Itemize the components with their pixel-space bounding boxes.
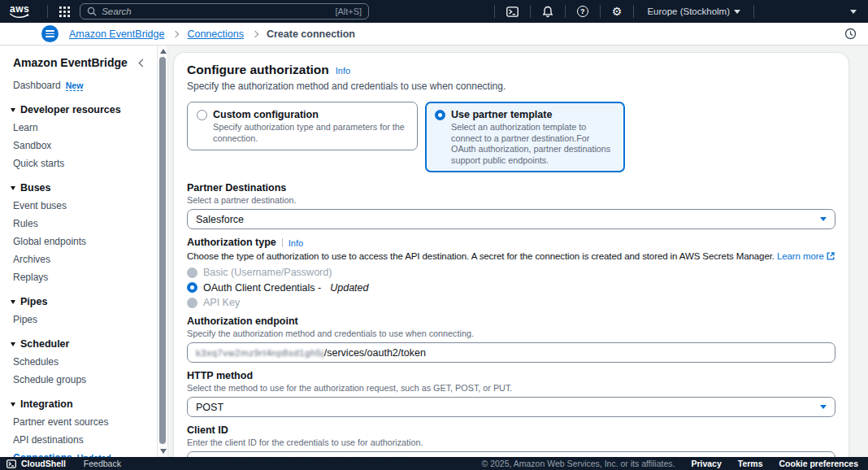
footer-cloudshell-button[interactable]: CloudShell xyxy=(7,459,66,468)
partner-destinations-select[interactable]: Salesforce xyxy=(187,209,835,229)
chevron-down-icon xyxy=(11,186,15,190)
tile-use-partner-template[interactable]: Use partner template Select an authoriza… xyxy=(425,102,625,172)
help-icon: ? xyxy=(577,6,588,17)
terminal-icon xyxy=(506,7,519,17)
topnav-divider xyxy=(47,5,48,18)
sidebar-item-global-endpoints[interactable]: Global endpoints xyxy=(0,233,157,250)
radio-unselected-icon xyxy=(197,110,207,120)
account-menu-button[interactable] xyxy=(847,0,860,23)
region-label: Europe (Stockholm) xyxy=(647,7,730,16)
sidebar-item-learn[interactable]: Learn xyxy=(0,119,157,137)
radio-disabled-icon xyxy=(187,268,197,278)
authorization-type-info-link[interactable]: Info xyxy=(289,238,303,248)
new-badge: New xyxy=(66,81,84,91)
scroll-up-arrow[interactable] xyxy=(160,49,167,54)
chevron-down-icon xyxy=(11,108,15,112)
chevron-down-icon xyxy=(820,217,827,221)
tile-label: Custom configuration xyxy=(213,108,319,121)
sidebar-section-scheduler[interactable]: Scheduler xyxy=(0,335,157,353)
settings-button[interactable]: ⚙ xyxy=(609,0,626,23)
gear-icon: ⚙ xyxy=(612,6,623,17)
radio-option-oauth[interactable]: OAuth Client Credentials -Updated xyxy=(187,282,835,294)
sidebar-item-quick-starts[interactable]: Quick starts xyxy=(0,154,157,172)
footer-terms-link[interactable]: Terms xyxy=(738,459,763,468)
sidebar-section-developer-resources[interactable]: Developer resources xyxy=(0,101,157,119)
region-selector[interactable]: Europe (Stockholm) xyxy=(642,7,745,16)
learn-more-link[interactable]: Learn more xyxy=(777,251,824,261)
footer-privacy-link[interactable]: Privacy xyxy=(691,459,721,468)
label-divider xyxy=(282,238,283,247)
breadcrumb-bar: Amazon EventBridge Connections Create co… xyxy=(0,23,868,46)
chevron-down-icon xyxy=(850,10,857,14)
sidebar-item-archives[interactable]: Archives xyxy=(0,250,157,268)
footer-cookie-preferences-link[interactable]: Cookie preferences xyxy=(779,459,858,468)
global-search[interactable]: [Alt+S] xyxy=(80,3,369,20)
title-info-link[interactable]: Info xyxy=(336,66,350,76)
updated-badge: Updated xyxy=(77,453,111,457)
topnav-divider xyxy=(600,5,601,18)
topnav-divider xyxy=(753,5,754,18)
topnav-divider xyxy=(565,5,566,18)
sidebar-item-connections[interactable]: ConnectionsUpdated xyxy=(0,449,157,457)
sidebar-scrollbar[interactable] xyxy=(157,46,168,457)
sidebar-section-integration[interactable]: Integration xyxy=(0,395,157,413)
aws-logo-text: aws xyxy=(10,5,29,13)
chevron-down-icon xyxy=(11,403,15,407)
notifications-button[interactable] xyxy=(539,0,557,23)
selected-value: POST xyxy=(196,402,224,413)
sidebar-item-api-destinations[interactable]: API destinations xyxy=(0,431,157,449)
external-link-icon[interactable] xyxy=(827,252,835,260)
sidebar-collapse-icon[interactable] xyxy=(139,59,147,67)
sidebar-section-pipes[interactable]: Pipes xyxy=(0,293,157,311)
cloudshell-button[interactable] xyxy=(503,0,522,23)
http-method-select[interactable]: POST xyxy=(187,397,835,417)
sidebar-item-dashboard[interactable]: DashboardNew xyxy=(0,76,157,94)
redacted-client-id: 3MVG9x8bQ2kPjW7nD4tYqL1sRzV5mH6cKfT0a xyxy=(196,457,414,458)
sidebar-item-schedules[interactable]: Schedules xyxy=(0,353,157,371)
search-icon xyxy=(87,7,97,16)
recently-visited-button[interactable] xyxy=(844,28,857,40)
search-input[interactable] xyxy=(102,7,335,16)
aws-logo[interactable]: aws xyxy=(10,5,29,19)
tile-custom-configuration[interactable]: Custom configuration Specify authorizati… xyxy=(187,102,418,150)
footer-feedback-link[interactable]: Feedback xyxy=(84,459,121,468)
scroll-down-arrow[interactable] xyxy=(160,449,167,454)
partner-destinations-desc: Select a partner destination. xyxy=(187,195,835,206)
page-title: Configure authorization xyxy=(187,62,329,78)
service-menu-button[interactable] xyxy=(41,25,59,42)
sidebar-item-rules[interactable]: Rules xyxy=(0,215,157,233)
client-id-input[interactable]: 3MVG9x8bQ2kPjW7nD4tYqL1sRzV5mH6cKfT0a xyxy=(187,451,835,457)
chevron-down-icon xyxy=(734,10,740,14)
redacted-url-prefix: k3xq7vw2mz9rt4np8sd1gh5j xyxy=(196,348,324,358)
main-content: Configure authorization Info Specify the… xyxy=(168,46,868,457)
breadcrumb-current: Create connection xyxy=(267,28,355,40)
radio-selected-icon xyxy=(435,110,445,120)
client-id-desc: Enter the client ID for the credentials … xyxy=(187,437,835,448)
sidebar-item-event-buses[interactable]: Event buses xyxy=(0,197,157,215)
configure-authorization-panel: Configure authorization Info Specify the… xyxy=(173,52,849,457)
radio-selected-icon xyxy=(187,282,197,293)
radio-disabled-icon xyxy=(187,298,197,308)
chevron-down-icon xyxy=(820,405,827,409)
breadcrumb-separator-icon xyxy=(172,30,179,37)
tile-description: Select an authorization template to conn… xyxy=(451,122,615,166)
client-id-label: Client ID xyxy=(187,424,835,437)
sidebar-item-replays[interactable]: Replays xyxy=(0,268,157,286)
topnav-divider xyxy=(633,5,634,18)
endpoint-path: /services/oauth2/token xyxy=(324,347,426,359)
page-subtitle: Specify the authorization method and cre… xyxy=(187,80,835,93)
authorization-endpoint-input[interactable]: k3xq7vw2mz9rt4np8sd1gh5j/services/oauth2… xyxy=(187,342,835,363)
scrollbar-thumb[interactable] xyxy=(159,57,166,444)
sidebar-item-partner-event-sources[interactable]: Partner event sources xyxy=(0,413,157,431)
sidebar-item-schedule-groups[interactable]: Schedule groups xyxy=(0,371,157,389)
chevron-down-icon xyxy=(11,300,15,304)
breadcrumb-link-eventbridge[interactable]: Amazon EventBridge xyxy=(69,28,164,40)
help-button[interactable]: ? xyxy=(574,0,592,23)
sidebar-item-pipes[interactable]: Pipes xyxy=(0,311,157,329)
clock-icon xyxy=(844,28,857,40)
breadcrumb-link-connections[interactable]: Connections xyxy=(187,28,244,40)
sidebar-item-sandbox[interactable]: Sandbox xyxy=(0,137,157,154)
sidebar-section-buses[interactable]: Buses xyxy=(0,179,157,197)
aws-smile-icon xyxy=(10,13,29,19)
services-menu-button[interactable] xyxy=(56,0,73,23)
